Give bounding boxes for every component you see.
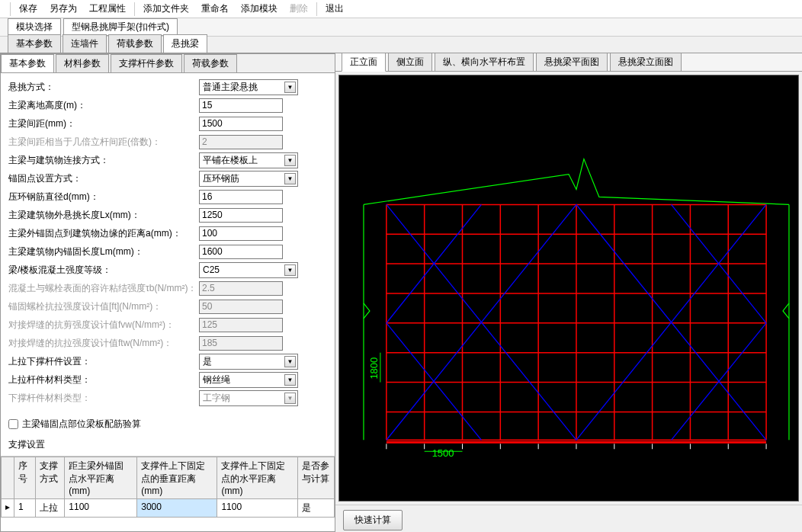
dropdown-icon: ▼ [284, 356, 296, 367]
table-row[interactable]: ▸ 1 上拉 1100 3000 1100 是 [2, 499, 335, 518]
main-toolbar: 保存 另存为 工程属性 添加文件夹 重命名 添加模块 删除 退出 [0, 0, 802, 18]
th-topvert: 支撑件上下固定点的垂直距离(mm) [137, 457, 217, 499]
sel-anchor-mode[interactable]: 压环钢筋▼ [199, 171, 298, 187]
inp-beam-height[interactable] [199, 98, 283, 113]
dropdown-icon: ▼ [284, 264, 296, 276]
subtab-load[interactable]: 荷载参数 [184, 54, 237, 72]
sel-concrete[interactable]: C25▼ [199, 262, 298, 278]
inp-spacing-ratio [199, 135, 283, 149]
saveas-btn[interactable]: 另存为 [43, 0, 83, 18]
cell-num[interactable]: 1 [14, 499, 36, 518]
th-mode: 支撑方式 [36, 457, 65, 499]
lbl-topmat: 上拉杆件材料类型： [8, 373, 199, 386]
lbl-topbottom: 上拉下撑杆件设置： [8, 355, 199, 368]
addmodule-btn[interactable]: 添加模块 [235, 0, 284, 18]
lbl-beam-height: 主梁离地高度(m)： [8, 99, 199, 112]
lbl-connect-mode: 主梁与建筑物连接方式： [8, 154, 199, 167]
lbl-ring-diameter: 压环钢筋直径d(mm)： [8, 191, 199, 204]
lbl-anchor-edge: 主梁外锚固点到建筑物边缘的距离a(mm)： [8, 227, 199, 240]
viewtab-front[interactable]: 正立面 [342, 53, 386, 72]
th-num: 序号 [14, 457, 36, 499]
divider [134, 2, 135, 16]
lbl-spacing-ratio: 主梁间距相当于几倍立杆间距(倍数)： [8, 136, 199, 149]
inp-beam-spacing[interactable] [199, 117, 283, 131]
lbl-beam-spacing: 主梁间距(mm)： [8, 117, 199, 130]
dropdown-icon: ▼ [284, 155, 296, 166]
viewtab-plan[interactable]: 悬挑梁平面图 [536, 53, 608, 72]
drawing-canvas[interactable]: 1800 1500 [338, 75, 799, 502]
reinforce-checkbox[interactable] [8, 419, 18, 429]
cell-topvert[interactable]: 3000 [137, 499, 217, 518]
view-tabs: 正立面 侧立面 纵、横向水平杆布置 悬挑梁平面图 悬挑梁立面图 [335, 53, 802, 72]
dropdown-icon: ▼ [284, 173, 296, 184]
dropdown-icon: ▼ [284, 374, 296, 386]
th-calc: 是否参与计算 [297, 457, 334, 499]
inp-cantilever-len[interactable] [199, 208, 283, 223]
inp-bolt [199, 300, 283, 314]
delete-btn[interactable]: 删除 [284, 0, 314, 18]
lbl-inner-anchor: 主梁建筑物内锚固长度Lm(mm)： [8, 245, 199, 258]
viewtab-elevation[interactable]: 悬挑梁立面图 [610, 53, 682, 72]
lbl-bolt: 锚固螺栓抗拉强度设计值[ft](N/mm²)： [8, 300, 199, 313]
sel-connect-mode[interactable]: 平铺在楼板上▼ [199, 152, 298, 168]
sel-cantilever-mode[interactable]: 普通主梁悬挑▼ [199, 79, 298, 95]
support-table: 序号 支撑方式 距主梁外锚固点水平距离(mm) 支撑件上下固定点的垂直距离(mm… [1, 456, 335, 531]
main-tabs: 基本参数 连墙件 荷载参数 悬挑梁 [0, 37, 802, 53]
viewtab-horizontal[interactable]: 纵、横向水平杆布置 [435, 53, 534, 72]
module-select-btn[interactable]: 模块选择 [8, 18, 61, 36]
inp-weldtensile [199, 336, 283, 351]
checkbox-row: 主梁锚固点部位梁板配筋验算 [1, 415, 335, 434]
inp-weldshear [199, 318, 283, 332]
inp-ring-diameter[interactable] [199, 190, 283, 204]
support-section-title: 支撑设置 [1, 434, 335, 456]
lbl-bond: 混凝土与螺栓表面的容许粘结强度τb(N/mm²)： [8, 282, 199, 295]
sel-topbottom[interactable]: 是▼ [199, 354, 298, 370]
lbl-anchor-mode: 锚固点设置方式： [8, 172, 199, 185]
tab-cantilever[interactable]: 悬挑梁 [163, 34, 207, 53]
exit-btn[interactable]: 退出 [319, 0, 350, 18]
subtab-material[interactable]: 材料参数 [56, 54, 109, 72]
props-btn[interactable]: 工程属性 [83, 0, 132, 18]
subtab-support[interactable]: 支撑杆件参数 [111, 54, 182, 72]
inp-bond [199, 281, 283, 296]
lbl-concrete: 梁/楼板混凝土强度等级： [8, 264, 199, 277]
viewtab-side[interactable]: 侧立面 [388, 53, 432, 72]
dim-1500: 1500 [432, 447, 454, 459]
cell-tophoriz[interactable]: 1100 [217, 499, 297, 518]
cell-horiz[interactable]: 1100 [65, 499, 137, 518]
quick-calc-button[interactable]: 快速计算 [343, 510, 403, 530]
inp-inner-anchor[interactable] [199, 245, 283, 259]
dropdown-icon: ▼ [284, 82, 296, 93]
bottom-bar: 快速计算 [335, 505, 802, 532]
th-tophoriz: 支撑件上下固定点的水平距离(mm) [217, 457, 297, 499]
lbl-weldshear: 对接焊缝的抗剪强度设计值fvw(N/mm²)： [8, 319, 199, 332]
right-panel: 正立面 侧立面 纵、横向水平杆布置 悬挑梁平面图 悬挑梁立面图 [335, 53, 802, 532]
row-indicator-icon: ▸ [2, 499, 14, 518]
form-area: 悬挑方式：普通主梁悬挑▼ 主梁离地高度(m)： 主梁间距(mm)： 主梁间距相当… [1, 73, 335, 415]
rename-btn[interactable]: 重命名 [195, 0, 235, 18]
subtab-basic[interactable]: 基本参数 [1, 54, 54, 72]
subtabs: 基本参数 材料参数 支撑杆件参数 荷载参数 [1, 54, 335, 73]
inp-anchor-edge[interactable] [199, 226, 283, 241]
divider [316, 2, 317, 16]
divider [10, 2, 11, 16]
lbl-cantilever-len: 主梁建筑物外悬挑长度Lx(mm)： [8, 209, 199, 222]
lbl-bottommat: 下撑杆件材料类型： [8, 392, 199, 405]
cell-mode[interactable]: 上拉 [36, 499, 65, 518]
dim-1800: 1800 [368, 357, 380, 380]
lbl-weldtensile: 对接焊缝的抗拉强度设计值ftw(N/mm²)： [8, 337, 199, 350]
tab-basic[interactable]: 基本参数 [8, 34, 61, 53]
steel-cantilever-btn[interactable]: 型钢悬挑脚手架(扣件式) [63, 18, 178, 36]
dropdown-icon: ▼ [284, 393, 296, 404]
sel-topmat[interactable]: 钢丝绳▼ [199, 372, 298, 388]
tab-load[interactable]: 荷载参数 [108, 34, 162, 53]
save-btn[interactable]: 保存 [13, 0, 43, 18]
lbl-cantilever-mode: 悬挑方式： [8, 81, 199, 94]
tab-wall[interactable]: 连墙件 [63, 34, 107, 53]
th-horiz: 距主梁外锚固点水平距离(mm) [65, 457, 137, 499]
cell-calc[interactable]: 是 [297, 499, 334, 518]
checkbox-label: 主梁锚固点部位梁板配筋验算 [22, 418, 141, 431]
addfolder-btn[interactable]: 添加文件夹 [137, 0, 195, 18]
sel-bottommat: 工字钢▼ [199, 390, 298, 406]
th-indicator [2, 457, 14, 499]
